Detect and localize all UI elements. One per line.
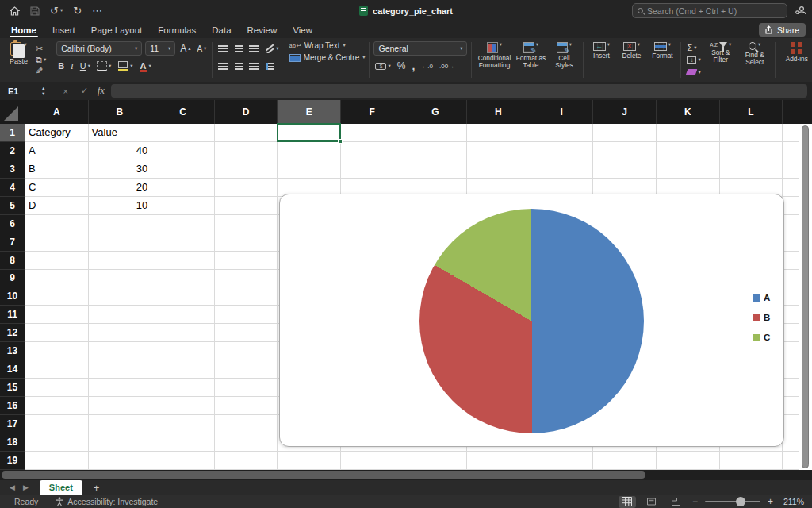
row-header-9[interactable]: 9 <box>0 270 25 288</box>
tab-insert[interactable]: Insert <box>52 21 75 38</box>
tab-review[interactable]: Review <box>247 21 278 38</box>
add-ins-button[interactable]: Add-ins <box>779 41 812 64</box>
page-break-view-button[interactable] <box>668 496 685 508</box>
cell-L3[interactable] <box>720 160 783 179</box>
cell-E1[interactable] <box>278 124 341 142</box>
percent-style-button[interactable]: % <box>396 59 408 73</box>
cell-K19[interactable] <box>657 452 720 470</box>
insert-function-button[interactable]: fx <box>98 85 105 97</box>
cell-G19[interactable] <box>404 452 468 470</box>
bold-button[interactable]: B <box>56 59 66 73</box>
zoom-slider-thumb[interactable] <box>736 497 745 506</box>
cell-L2[interactable] <box>720 142 783 160</box>
cell-C14[interactable] <box>151 360 215 379</box>
row-header-7[interactable]: 7 <box>0 233 25 252</box>
document-title[interactable]: category_pie_chart <box>373 6 453 16</box>
sheet-tab[interactable]: Sheet <box>40 480 82 495</box>
cell-F19[interactable] <box>341 452 404 470</box>
cell-D17[interactable] <box>215 415 278 433</box>
row-header-5[interactable]: 5 <box>0 197 25 215</box>
column-header-F[interactable]: F <box>341 100 404 124</box>
prev-sheet-icon[interactable]: ◀ <box>10 483 15 491</box>
cell-A11[interactable] <box>25 306 89 324</box>
font-size-select[interactable]: 11▾ <box>145 41 175 56</box>
grow-font-button[interactable]: A▴ <box>178 41 192 56</box>
horizontal-scrollbar-thumb[interactable] <box>2 471 645 479</box>
copy-button[interactable]: ⧉▾ <box>34 54 48 65</box>
tab-formulas[interactable]: Formulas <box>158 21 196 38</box>
italic-button[interactable]: I <box>69 59 75 73</box>
accessibility-status[interactable]: Accessibility: Investigate <box>56 497 158 506</box>
row-header-12[interactable]: 12 <box>0 324 25 342</box>
cell-B16[interactable] <box>89 397 152 415</box>
align-bottom-button[interactable] <box>247 41 261 56</box>
cell-I1[interactable] <box>530 124 594 142</box>
comma-style-button[interactable]: , <box>410 59 416 73</box>
row-header-2[interactable]: 2 <box>0 142 25 160</box>
column-header-G[interactable]: G <box>404 100 468 124</box>
horizontal-scrollbar[interactable] <box>0 470 812 480</box>
cell-G2[interactable] <box>404 142 468 160</box>
search-input[interactable] <box>647 6 782 16</box>
cell-G3[interactable] <box>404 160 468 179</box>
cell-A13[interactable] <box>25 342 89 360</box>
column-header-A[interactable]: A <box>25 100 89 124</box>
cell-D8[interactable] <box>215 252 278 270</box>
cell-C10[interactable] <box>151 287 215 306</box>
cell-E3[interactable] <box>278 160 341 179</box>
cell-B5[interactable]: 10 <box>89 197 152 215</box>
cell-D5[interactable] <box>215 197 278 215</box>
column-header-I[interactable]: I <box>530 100 594 124</box>
cell-L1[interactable] <box>720 124 783 142</box>
column-header-C[interactable]: C <box>151 100 215 124</box>
cell-D6[interactable] <box>215 215 278 233</box>
cell-B15[interactable] <box>89 379 152 397</box>
decrease-decimal-button[interactable]: .00→ <box>438 59 456 73</box>
cell-C6[interactable] <box>151 215 215 233</box>
cell-D10[interactable] <box>215 287 278 306</box>
row-header-19[interactable]: 19 <box>0 452 25 470</box>
cell-H2[interactable] <box>467 142 530 160</box>
row-header-16[interactable]: 16 <box>0 397 25 415</box>
row-header-17[interactable]: 17 <box>0 415 25 433</box>
pie-chart-object[interactable]: ABC <box>279 194 784 447</box>
cell-A8[interactable] <box>25 252 89 270</box>
cell-D7[interactable] <box>215 233 278 252</box>
cell-B4[interactable]: 20 <box>89 179 152 197</box>
cell-D2[interactable] <box>215 142 278 160</box>
column-header-D[interactable]: D <box>215 100 278 124</box>
row-header-1[interactable]: 1 <box>0 124 25 142</box>
borders-button[interactable]: ▾ <box>95 59 113 73</box>
wrap-text-button[interactable]: ab↩ Wrap Text▾ <box>289 41 366 50</box>
row-header-18[interactable]: 18 <box>0 433 25 452</box>
row-header-14[interactable]: 14 <box>0 360 25 379</box>
cell-B9[interactable] <box>89 270 152 288</box>
cell-B11[interactable] <box>89 306 152 324</box>
cell-A16[interactable] <box>25 397 89 415</box>
column-header-L[interactable]: L <box>720 100 783 124</box>
cell-C4[interactable] <box>151 179 215 197</box>
cell-D18[interactable] <box>215 433 278 452</box>
vertical-scrollbar[interactable] <box>799 124 812 470</box>
cell-B12[interactable] <box>89 324 152 342</box>
row-header-13[interactable]: 13 <box>0 342 25 360</box>
number-format-select[interactable]: General▾ <box>373 41 467 56</box>
cell-B8[interactable] <box>89 252 152 270</box>
confirm-icon[interactable]: ✓ <box>81 86 88 96</box>
column-header-E[interactable]: E <box>278 100 341 124</box>
tab-home[interactable]: Home <box>11 21 36 38</box>
cell-F2[interactable] <box>341 142 404 160</box>
align-left-button[interactable] <box>216 59 230 73</box>
cell-L19[interactable] <box>720 452 783 470</box>
cell-D9[interactable] <box>215 270 278 288</box>
align-top-button[interactable] <box>216 41 230 56</box>
cell-B7[interactable] <box>89 233 152 252</box>
cell-E19[interactable] <box>278 452 341 470</box>
cell-C12[interactable] <box>151 324 215 342</box>
row-header-15[interactable]: 15 <box>0 379 25 397</box>
cancel-icon[interactable]: × <box>63 87 67 96</box>
cell-D19[interactable] <box>215 452 278 470</box>
find-select-button[interactable]: ▾ Find & Select <box>739 41 771 79</box>
cell-E2[interactable] <box>278 142 341 160</box>
cell-J19[interactable] <box>593 452 657 470</box>
